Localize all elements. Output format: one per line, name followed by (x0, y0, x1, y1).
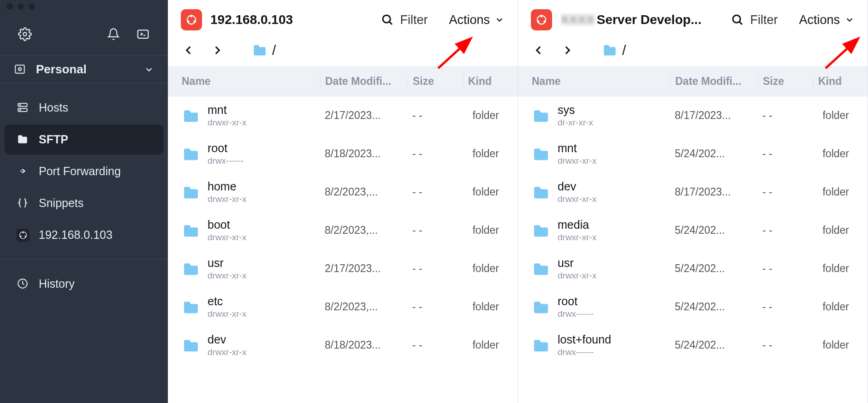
table-row[interactable]: rootdrwx------5/24/202...- -folder (518, 288, 868, 326)
column-date[interactable]: Date Modifi... (320, 75, 408, 88)
file-date: 8/18/2023... (320, 148, 408, 160)
file-size: - - (408, 224, 463, 237)
file-size: - - (408, 109, 463, 122)
sidebar-section-label: Personal (36, 62, 135, 77)
nav-forward-button[interactable] (559, 42, 575, 58)
sidebar-section-personal[interactable]: Personal (0, 55, 168, 83)
table-row[interactable]: etcdrwxr-xr-x8/2/2023,...- -folder (168, 288, 517, 326)
chevron-down-icon (494, 15, 505, 25)
filter-button[interactable]: Filter (731, 13, 778, 27)
file-kind: folder (463, 109, 517, 122)
column-size[interactable]: Size (408, 75, 463, 88)
svg-point-12 (24, 235, 26, 237)
traffic-min-icon[interactable] (18, 3, 24, 10)
traffic-max-icon[interactable] (29, 3, 35, 10)
table-row[interactable]: mediadrwxr-xr-x5/24/202...- -folder (518, 211, 868, 249)
file-name: usr (208, 256, 246, 270)
file-permissions: drwxr-xr-x (208, 309, 246, 319)
file-kind: folder (463, 262, 517, 275)
sidebar-item-history[interactable]: History (5, 269, 163, 299)
file-name: home (208, 180, 246, 193)
nav-forward-button[interactable] (209, 42, 225, 58)
svg-point-17 (193, 20, 196, 23)
actions-label: Actions (799, 13, 840, 27)
file-name: etc (208, 295, 246, 308)
file-size: - - (408, 186, 463, 198)
sidebar-item-sftp[interactable]: SFTP (5, 124, 163, 154)
vault-icon (14, 63, 27, 76)
file-permissions: drwx------ (558, 347, 611, 357)
column-date[interactable]: Date Modifi... (670, 75, 758, 88)
sidebar: Personal Hosts SFTP (0, 0, 168, 403)
search-icon (380, 13, 394, 27)
file-kind: folder (813, 301, 868, 313)
table-row[interactable]: devdrwxr-xr-x8/17/2023...- -folder (518, 173, 868, 211)
file-kind: folder (463, 186, 517, 198)
file-permissions: drwxr-xr-x (558, 232, 596, 243)
column-kind[interactable]: Kind (463, 75, 517, 88)
file-date: 8/17/2023... (670, 186, 758, 198)
table-row[interactable]: usrdrwxr-xr-x2/17/2023...- -folder (168, 249, 517, 288)
chevron-down-icon (844, 15, 855, 25)
file-name: mnt (558, 142, 596, 155)
terminal-icon[interactable] (135, 26, 151, 42)
table-row[interactable]: lost+founddrwx------5/24/202...- -folder (518, 326, 868, 364)
file-name: mnt (208, 103, 246, 117)
svg-point-10 (22, 231, 24, 233)
table-row[interactable]: bootdrwxr-xr-x8/2/2023,...- -folder (168, 211, 517, 249)
table-row[interactable]: homedrwxr-xr-x8/2/2023,...- -folder (168, 173, 517, 211)
table-row[interactable]: devdrwxr-xr-x8/18/2023...- -folder (168, 326, 517, 364)
sidebar-item-port-forwarding[interactable]: Port Forwarding (5, 156, 163, 186)
folder-icon (182, 260, 200, 278)
actions-dropdown-button[interactable]: Actions (449, 13, 505, 27)
actions-dropdown-button[interactable]: Actions (799, 13, 855, 27)
svg-point-18 (383, 15, 390, 23)
bell-icon[interactable] (105, 26, 122, 42)
sidebar-item-label: SFTP (39, 133, 68, 146)
file-kind: folder (813, 262, 868, 275)
file-date: 8/17/2023... (670, 109, 758, 122)
file-permissions: drwxr-xr-x (208, 118, 246, 128)
folder-icon (532, 107, 550, 125)
file-date: 5/24/202... (670, 262, 758, 275)
column-kind[interactable]: Kind (813, 75, 868, 88)
file-date: 8/2/2023,... (320, 301, 408, 313)
sidebar-item-hosts[interactable]: Hosts (5, 93, 163, 123)
file-size: - - (758, 109, 813, 122)
file-name: lost+found (558, 333, 611, 346)
sidebar-item-host-connection[interactable]: 192.168.0.103 (5, 220, 163, 250)
sidebar-item-snippets[interactable]: Snippets (5, 188, 163, 218)
ubuntu-host-icon (531, 9, 552, 30)
sftp-panel-left: 192.168.0.103 Filter Actions (168, 0, 518, 403)
column-name[interactable]: Name (518, 75, 670, 88)
table-header: Name Date Modifi... Size Kind (518, 66, 868, 96)
file-name: usr (558, 256, 596, 270)
column-name[interactable]: Name (168, 75, 320, 88)
file-size: - - (408, 262, 463, 275)
table-row[interactable]: sysdr-xr-xr-x8/17/2023...- -folder (518, 96, 868, 135)
breadcrumb[interactable]: / (602, 42, 626, 58)
file-kind: folder (463, 224, 517, 237)
file-size: - - (408, 301, 463, 313)
svg-point-15 (190, 15, 192, 17)
file-permissions: drwxr-xr-x (558, 156, 596, 166)
nav-back-button[interactable] (531, 42, 547, 58)
table-row[interactable]: rootdrwx------8/18/2023...- -folder (168, 135, 517, 173)
folder-icon (182, 183, 200, 202)
table-row[interactable]: mntdrwxr-xr-x5/24/202...- -folder (518, 135, 868, 173)
traffic-close-icon[interactable] (6, 3, 13, 10)
filter-button[interactable]: Filter (380, 13, 428, 27)
breadcrumb[interactable]: / (252, 42, 276, 58)
column-size[interactable]: Size (758, 75, 813, 88)
svg-point-16 (187, 20, 189, 23)
table-row[interactable]: mntdrwxr-xr-x2/17/2023...- -folder (168, 96, 517, 135)
file-kind: folder (813, 339, 868, 351)
nav-back-button[interactable] (181, 42, 196, 58)
file-size: - - (408, 339, 463, 351)
sidebar-item-label: Snippets (39, 196, 83, 210)
file-name: boot (208, 218, 246, 231)
sftp-icon (17, 133, 30, 146)
table-row[interactable]: usrdrwxr-xr-x5/24/202...- -folder (518, 249, 868, 288)
sidebar-item-label: History (39, 277, 75, 290)
gear-icon[interactable] (17, 26, 33, 42)
